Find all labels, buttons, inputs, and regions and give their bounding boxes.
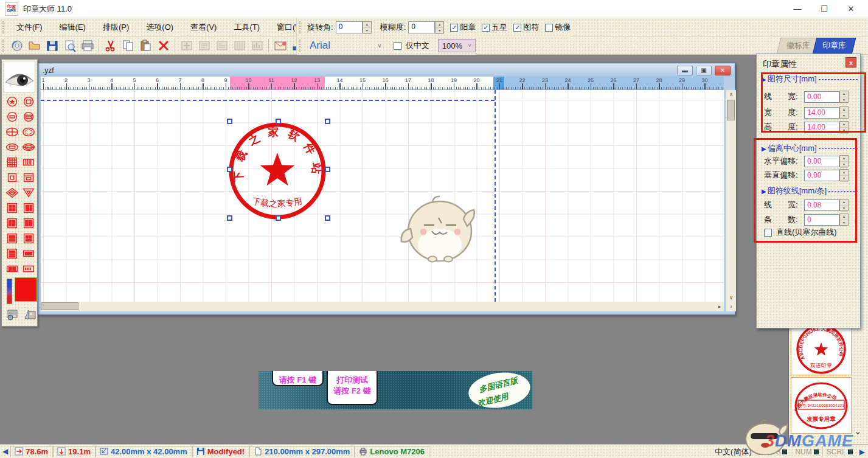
print-icon[interactable] [79, 38, 95, 53]
resize-grip[interactable]: › [726, 302, 736, 311]
new-document-icon[interactable] [9, 38, 25, 53]
property-input[interactable]: 0.00 [804, 91, 839, 103]
library-stamp-bilingual[interactable]: ABCDEFGHIJKL 大鹏应用软件公司 双语印章 [791, 321, 852, 375]
ellipse-quad-seal-icon[interactable] [5, 125, 19, 139]
property-stepper[interactable]: ▲▼ [839, 106, 849, 119]
square-left-split-seal-icon[interactable] [5, 217, 19, 230]
checkbox[interactable]: ✓ [513, 24, 521, 32]
rotate-input[interactable]: 0 [336, 21, 363, 33]
align-lines-icon[interactable] [196, 38, 212, 53]
rect-five-bars-seal-icon[interactable] [21, 262, 36, 276]
paste-icon[interactable] [137, 38, 154, 53]
status-nav-left-icon[interactable]: ◀ [0, 447, 10, 456]
menu-item[interactable]: 编辑(E) [51, 19, 94, 36]
scroll-down-icon[interactable]: ∨ [727, 293, 735, 302]
menu-item[interactable]: 排版(P) [94, 19, 137, 36]
checkbox[interactable]: ✓ [450, 24, 458, 32]
only-chinese-checkbox[interactable] [394, 42, 401, 50]
property-input[interactable]: 0 [804, 214, 839, 226]
design-canvas[interactable]: 下载之家软件站 下载之家专用 [41, 90, 724, 302]
property-input[interactable]: 0.00 [804, 156, 839, 167]
selection-handle[interactable] [325, 167, 330, 172]
property-stepper[interactable]: ▲▼ [839, 155, 849, 167]
square-top-cells-seal-icon[interactable] [21, 232, 36, 245]
selection-handle[interactable] [227, 215, 232, 221]
export-image-icon[interactable] [272, 38, 288, 53]
property-input[interactable]: 0.00 [804, 170, 839, 181]
selection-handle[interactable] [227, 119, 232, 124]
circle-bar-seal-icon[interactable] [5, 110, 19, 123]
bezier-checkbox[interactable] [764, 229, 772, 237]
circle-double-bar-seal-icon[interactable] [21, 110, 36, 123]
tab-seal-library[interactable]: 印章库 [813, 38, 856, 54]
checkbox[interactable]: ✓ [482, 24, 490, 32]
library-stamp-invoice[interactable]: 广西大鹏应用软件公司 税号:5432166661654321 发票专用章 [791, 377, 852, 434]
circle-square-seal-icon[interactable] [21, 95, 36, 108]
scroll-up-icon[interactable]: ∧ [727, 90, 735, 99]
square-grid-seal-icon[interactable] [5, 156, 19, 169]
vscroll-thumb[interactable] [727, 100, 735, 120]
minimize-button[interactable]: — [784, 0, 811, 18]
hscroll-thumb[interactable] [41, 302, 78, 310]
property-stepper[interactable]: ▲▼ [839, 213, 849, 226]
checkbox[interactable] [545, 24, 553, 32]
rotate-stepper[interactable]: ▲▼ [363, 21, 372, 33]
property-stepper[interactable]: ▲▼ [839, 199, 849, 211]
blur-input[interactable]: 0 [408, 21, 435, 33]
doc-close-button[interactable]: ✕ [715, 66, 731, 75]
menu-item[interactable]: 选项(O) [137, 19, 182, 36]
current-color-swatch[interactable] [15, 277, 37, 302]
ellipse-bar-seal-icon[interactable] [5, 141, 19, 154]
print-settings-icon[interactable] [7, 308, 21, 321]
square-two-columns-seal-icon[interactable] [21, 217, 36, 230]
property-input[interactable]: 0.08 [804, 200, 839, 211]
menu-item[interactable]: 查看(V) [182, 19, 225, 36]
print-preview-icon[interactable] [61, 38, 78, 53]
align-columns-icon[interactable] [231, 38, 248, 53]
dialog-close-button[interactable]: x [845, 57, 856, 68]
rect-dots-seal-icon[interactable] [21, 156, 36, 169]
align-chart-icon[interactable] [249, 38, 265, 53]
property-stepper[interactable]: ▲▼ [839, 169, 849, 181]
ellipse-dotted-seal-icon[interactable] [21, 125, 36, 139]
open-file-icon[interactable] [26, 38, 43, 53]
vertical-scrollbar[interactable]: ∧ ∨ [726, 90, 736, 302]
property-stepper[interactable]: ▲▼ [839, 91, 849, 103]
align-indent-icon[interactable] [214, 38, 230, 53]
selection-handle[interactable] [325, 215, 330, 221]
square-bottom-bar-seal-icon[interactable] [5, 232, 19, 245]
horizontal-scrollbar[interactable]: ▸ [41, 302, 724, 311]
blur-stepper[interactable]: ▲▼ [435, 21, 444, 33]
diamond-seal-icon[interactable] [5, 186, 19, 200]
seal-object[interactable]: 下载之家软件站 下载之家专用 [220, 114, 342, 227]
property-input[interactable]: 14.00 [804, 107, 839, 119]
square-frame-seal-icon[interactable] [5, 171, 19, 184]
doc-minimize-button[interactable]: ▬ [677, 66, 693, 75]
delete-icon[interactable] [155, 38, 172, 53]
close-button[interactable]: ✕ [838, 0, 864, 18]
document-title-bar[interactable]: .yzf ▬ ▣ ✕ [39, 64, 734, 77]
color-gradient-strip[interactable] [7, 279, 12, 304]
property-stepper[interactable]: ▲▼ [839, 121, 849, 133]
font-select[interactable]: Arial [305, 40, 378, 52]
rect-bars-small-seal-icon[interactable] [21, 247, 36, 260]
scroll-right-icon[interactable]: ▸ [715, 302, 724, 311]
maximize-button[interactable]: ☐ [811, 0, 838, 18]
library-scroll-down-icon[interactable]: ⌄ [854, 426, 862, 437]
triangle-seal-icon[interactable] [21, 186, 36, 200]
square-four-cells-seal-icon[interactable] [5, 201, 19, 215]
selection-handle[interactable] [325, 119, 330, 124]
doc-restore-button[interactable]: ▣ [696, 66, 712, 75]
zoom-select[interactable]: 100%˅ [438, 39, 476, 52]
rect-two-bars-seal-icon[interactable] [5, 262, 19, 276]
circle-star-seal-icon[interactable] [5, 95, 19, 108]
menu-item[interactable]: 文件(F) [8, 19, 51, 36]
square-right-split-seal-icon[interactable] [21, 201, 36, 215]
selection-handle[interactable] [227, 167, 232, 172]
status-nav-right-icon[interactable]: ▶ [856, 448, 868, 456]
square-title-seal-icon[interactable] [21, 171, 36, 184]
copy-icon[interactable] [120, 38, 136, 53]
menu-item[interactable]: 工具(T) [225, 19, 268, 36]
align-expand-icon[interactable] [178, 38, 195, 53]
ellipse-rings-seal-icon[interactable] [21, 141, 36, 154]
